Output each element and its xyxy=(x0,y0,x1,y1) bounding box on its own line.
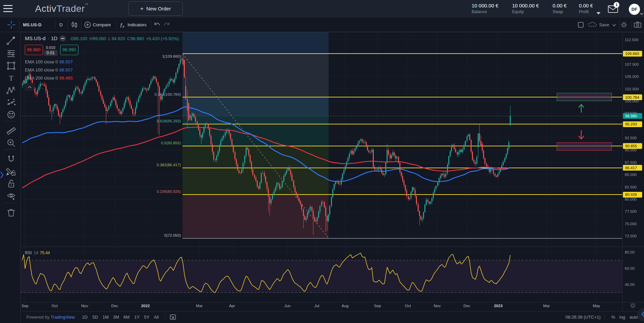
svg-text:82.500: 82.500 xyxy=(625,185,637,189)
svg-text:Apr: Apr xyxy=(229,304,235,308)
svg-text:0(72.050): 0(72.050) xyxy=(164,233,181,237)
svg-text:86.507: 86.507 xyxy=(59,67,73,72)
svg-text:Oct: Oct xyxy=(52,304,58,308)
svg-text:80.00: 80.00 xyxy=(625,250,635,254)
svg-text:90.855: 90.855 xyxy=(625,144,637,148)
svg-text:96.990: 96.990 xyxy=(62,47,76,52)
svg-text:0.618(95.293): 0.618(95.293) xyxy=(157,119,181,123)
svg-text:Aug: Aug xyxy=(342,304,348,308)
svg-text:100.784: 100.784 xyxy=(625,95,639,99)
svg-text:77.500: 77.500 xyxy=(625,209,637,213)
svg-text:0.382(86.417): 0.382(86.417) xyxy=(157,163,181,167)
svg-text:60.00: 60.00 xyxy=(625,266,635,270)
svg-text:Mar: Mar xyxy=(196,304,203,308)
svg-text:72.500: 72.500 xyxy=(625,234,637,238)
svg-text:86.507: 86.507 xyxy=(59,59,73,64)
svg-text:86.417: 86.417 xyxy=(625,166,637,170)
svg-text:86.465: 86.465 xyxy=(59,76,73,81)
svg-text:99.080: 99.080 xyxy=(93,36,106,41)
svg-text:14: 14 xyxy=(34,251,38,255)
svg-text:Sep: Sep xyxy=(22,304,28,308)
svg-text:102.500: 102.500 xyxy=(625,87,639,91)
svg-text:94.920: 94.920 xyxy=(112,36,125,41)
svg-text:Dec: Dec xyxy=(464,304,471,308)
svg-text:0.01: 0.01 xyxy=(47,51,55,55)
svg-text:1(109.660): 1(109.660) xyxy=(162,54,181,58)
svg-text:105.000: 105.000 xyxy=(625,75,639,79)
svg-text:May: May xyxy=(593,304,600,308)
svg-text:0.764(100.784): 0.764(100.784) xyxy=(155,92,181,96)
svg-text:C: C xyxy=(127,36,130,41)
svg-text:80.000: 80.000 xyxy=(625,197,637,201)
svg-text:Jul: Jul xyxy=(314,304,319,308)
svg-text:2023: 2023 xyxy=(494,304,503,308)
svg-text:2022: 2022 xyxy=(141,304,150,308)
svg-text:75.44: 75.44 xyxy=(40,251,50,255)
svg-text:0.010: 0.010 xyxy=(46,46,55,50)
svg-text:RSI: RSI xyxy=(25,251,32,255)
svg-text:95.100: 95.100 xyxy=(74,36,87,41)
svg-text:EMA 100 close 0: EMA 100 close 0 xyxy=(25,59,58,64)
svg-text:80.926: 80.926 xyxy=(625,193,637,197)
svg-text:95.293: 95.293 xyxy=(625,122,637,126)
svg-text:·: · xyxy=(48,35,49,41)
svg-text:0.236(80.926): 0.236(80.926) xyxy=(157,189,181,194)
svg-text:Oct: Oct xyxy=(405,304,411,308)
svg-text:MS.US-d: MS.US-d xyxy=(25,35,46,41)
svg-text:H: H xyxy=(89,36,92,41)
svg-text:EMA 100 close 0: EMA 100 close 0 xyxy=(25,67,58,72)
svg-text:92.500: 92.500 xyxy=(625,136,637,140)
svg-text:EMA 200 close 0: EMA 200 close 0 xyxy=(25,76,58,81)
svg-text:1D: 1D xyxy=(51,35,57,41)
svg-text:Mar: Mar xyxy=(543,304,550,308)
svg-text:107.500: 107.500 xyxy=(625,62,639,66)
svg-text:96.980: 96.980 xyxy=(625,114,637,118)
svg-text:L: L xyxy=(108,36,111,41)
svg-text:87.500: 87.500 xyxy=(625,160,637,165)
svg-text:Sep: Sep xyxy=(374,304,381,308)
svg-text:Jun: Jun xyxy=(284,304,291,308)
svg-text:O: O xyxy=(71,36,74,41)
svg-text:Dec: Dec xyxy=(111,304,118,308)
svg-text:0.5(90.855): 0.5(90.855) xyxy=(161,141,181,145)
svg-text:+5.420 (+5.92%): +5.420 (+5.92%) xyxy=(146,36,179,41)
svg-text:109.660: 109.660 xyxy=(625,52,639,56)
svg-text:75.000: 75.000 xyxy=(625,222,637,226)
svg-text:112.500: 112.500 xyxy=(625,38,639,42)
svg-text:Nov: Nov xyxy=(81,304,88,308)
svg-text:Nov: Nov xyxy=(434,304,441,308)
svg-text:96.980: 96.980 xyxy=(131,36,144,41)
svg-text:T: T xyxy=(9,75,13,82)
svg-text:96.980: 96.980 xyxy=(27,47,40,52)
svg-text:85.000: 85.000 xyxy=(625,173,637,177)
svg-text:40.00: 40.00 xyxy=(625,283,635,287)
